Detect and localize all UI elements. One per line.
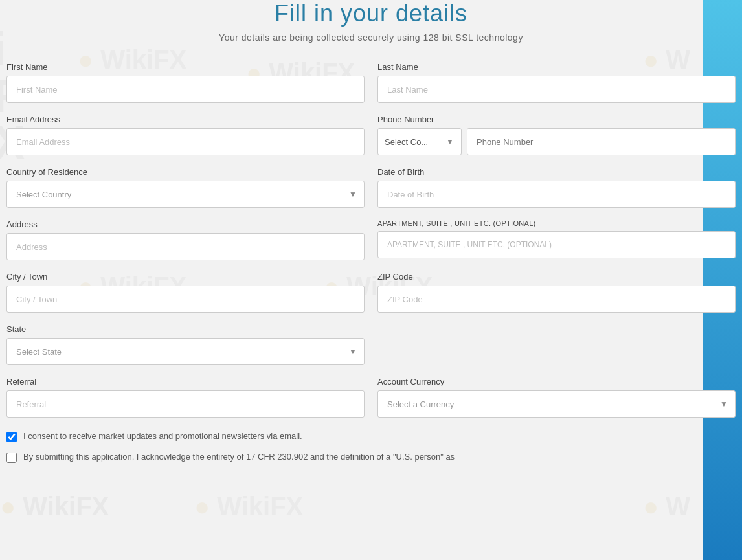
zip-label: ZIP Code	[377, 272, 736, 282]
state-select[interactable]: Select State	[6, 338, 365, 365]
address-row: Address APARTMENT, SUITE , UNIT ETC. (OP…	[6, 219, 736, 260]
dob-group: Date of Birth	[377, 167, 736, 208]
country-label: Country of Residence	[6, 167, 365, 177]
consent-row: I consent to receive market updates and …	[6, 431, 736, 442]
referral-currency-row: Referral Account Currency Select a Curre…	[6, 377, 736, 418]
state-group: State Select State ▼	[6, 324, 365, 365]
consent-checkbox[interactable]	[6, 432, 17, 442]
phone-label: Phone Number	[377, 115, 736, 124]
address-group: Address	[6, 219, 365, 260]
address-label: Address	[6, 219, 365, 229]
first-name-label: First Name	[6, 62, 365, 72]
zip-input[interactable]	[377, 286, 736, 313]
phone-country-wrapper: Select Co... ▼	[377, 128, 462, 155]
apartment-label: APARTMENT, SUITE , UNIT ETC. (OPTIONAL)	[377, 219, 736, 227]
currency-group: Account Currency Select a Currency ▼	[377, 377, 736, 418]
acknowledge-row: By submitting this application, I acknow…	[6, 451, 736, 463]
city-label: City / Town	[6, 272, 365, 282]
city-input[interactable]	[6, 286, 365, 313]
country-select[interactable]: Select Country	[6, 181, 365, 208]
page-header: Fill in your details Your details are be…	[0, 0, 742, 43]
phone-input-group: Select Co... ▼	[377, 128, 736, 155]
city-group: City / Town	[6, 272, 365, 313]
currency-label: Account Currency	[377, 377, 736, 386]
email-input[interactable]	[6, 128, 365, 155]
zip-group: ZIP Code	[377, 272, 736, 313]
city-zip-row: City / Town ZIP Code	[6, 272, 736, 313]
phone-country-select[interactable]: Select Co...	[377, 128, 462, 155]
first-name-input[interactable]	[6, 76, 365, 103]
registration-form: First Name Last Name Email Address Phone…	[0, 62, 742, 418]
referral-label: Referral	[6, 377, 365, 386]
currency-select-wrapper: Select a Currency ▼	[377, 390, 736, 418]
referral-input[interactable]	[6, 390, 365, 418]
country-select-wrapper: Select Country ▼	[6, 181, 365, 208]
state-placeholder-group	[377, 324, 736, 365]
page-title: Fill in your details	[0, 0, 742, 27]
page-subtitle: Your details are being collected securel…	[0, 32, 742, 43]
state-row: State Select State ▼	[6, 324, 736, 365]
address-input[interactable]	[6, 233, 365, 260]
name-row: First Name Last Name	[6, 62, 736, 103]
acknowledge-checkbox[interactable]	[6, 453, 17, 463]
dob-input[interactable]	[377, 181, 736, 208]
currency-select[interactable]: Select a Currency	[377, 390, 736, 418]
acknowledge-label: By submitting this application, I acknow…	[23, 451, 455, 463]
checkbox-section: I consent to receive market updates and …	[0, 431, 742, 463]
apartment-group: APARTMENT, SUITE , UNIT ETC. (OPTIONAL)	[377, 219, 736, 260]
consent-label: I consent to receive market updates and …	[23, 431, 302, 442]
email-group: Email Address	[6, 115, 365, 155]
last-name-group: Last Name	[377, 62, 736, 103]
last-name-input[interactable]	[377, 76, 736, 103]
last-name-label: Last Name	[377, 62, 736, 72]
state-select-wrapper: Select State ▼	[6, 338, 365, 365]
state-label: State	[6, 324, 365, 334]
phone-group: Phone Number Select Co... ▼	[377, 115, 736, 155]
phone-number-input[interactable]	[467, 128, 736, 155]
email-label: Email Address	[6, 115, 365, 124]
email-phone-row: Email Address Phone Number Select Co... …	[6, 115, 736, 155]
referral-group: Referral	[6, 377, 365, 418]
dob-label: Date of Birth	[377, 167, 736, 177]
country-dob-row: Country of Residence Select Country ▼ Da…	[6, 167, 736, 208]
apartment-input[interactable]	[377, 231, 736, 258]
country-group: Country of Residence Select Country ▼	[6, 167, 365, 208]
first-name-group: First Name	[6, 62, 365, 103]
